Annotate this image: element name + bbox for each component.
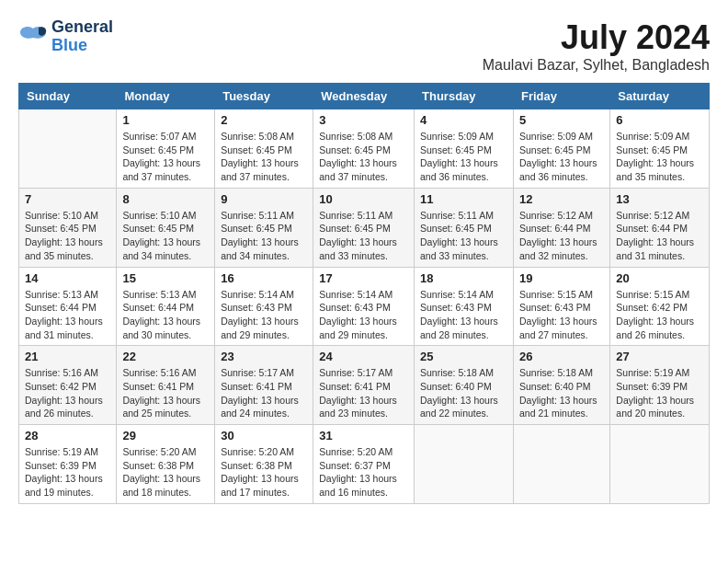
day-number: 4 — [420, 113, 507, 127]
calendar-cell: 11Sunrise: 5:11 AM Sunset: 6:45 PM Dayli… — [415, 188, 514, 267]
day-info: Sunrise: 5:15 AM Sunset: 6:43 PM Dayligh… — [519, 288, 604, 342]
logo: General Blue — [18, 18, 113, 55]
calendar-cell: 15Sunrise: 5:13 AM Sunset: 6:44 PM Dayli… — [117, 267, 215, 346]
calendar-table: SundayMondayTuesdayWednesdayThursdayFrid… — [18, 83, 710, 504]
day-info: Sunrise: 5:18 AM Sunset: 6:40 PM Dayligh… — [420, 366, 507, 420]
week-row-5: 28Sunrise: 5:19 AM Sunset: 6:39 PM Dayli… — [19, 425, 710, 504]
calendar-cell: 5Sunrise: 5:09 AM Sunset: 6:45 PM Daylig… — [513, 109, 609, 189]
calendar-cell: 19Sunrise: 5:15 AM Sunset: 6:43 PM Dayli… — [513, 267, 609, 346]
day-info: Sunrise: 5:17 AM Sunset: 6:41 PM Dayligh… — [221, 366, 307, 420]
day-number: 6 — [616, 113, 703, 127]
week-row-2: 7Sunrise: 5:10 AM Sunset: 6:45 PM Daylig… — [19, 188, 710, 267]
title-section: July 2024 Maulavi Bazar, Sylhet, Banglad… — [483, 18, 710, 74]
day-info: Sunrise: 5:09 AM Sunset: 6:45 PM Dayligh… — [420, 130, 507, 184]
day-info: Sunrise: 5:20 AM Sunset: 6:38 PM Dayligh… — [221, 445, 307, 500]
calendar-cell: 26Sunrise: 5:18 AM Sunset: 6:40 PM Dayli… — [513, 346, 609, 425]
day-number: 30 — [221, 429, 307, 442]
calendar-cell: 23Sunrise: 5:17 AM Sunset: 6:41 PM Dayli… — [215, 346, 313, 425]
day-info: Sunrise: 5:16 AM Sunset: 6:41 PM Dayligh… — [122, 366, 209, 420]
calendar-cell: 21Sunrise: 5:16 AM Sunset: 6:42 PM Dayli… — [19, 346, 117, 425]
day-number: 25 — [420, 350, 507, 363]
calendar-cell: 17Sunrise: 5:14 AM Sunset: 6:43 PM Dayli… — [313, 267, 415, 346]
calendar-cell: 13Sunrise: 5:12 AM Sunset: 6:44 PM Dayli… — [610, 188, 710, 267]
day-info: Sunrise: 5:07 AM Sunset: 6:45 PM Dayligh… — [122, 130, 209, 184]
day-header-tuesday: Tuesday — [215, 84, 313, 109]
calendar-cell: 25Sunrise: 5:18 AM Sunset: 6:40 PM Dayli… — [415, 346, 514, 425]
day-info: Sunrise: 5:17 AM Sunset: 6:41 PM Dayligh… — [319, 366, 408, 420]
day-info: Sunrise: 5:14 AM Sunset: 6:43 PM Dayligh… — [221, 288, 307, 342]
day-info: Sunrise: 5:12 AM Sunset: 6:44 PM Dayligh… — [519, 209, 604, 263]
day-number: 11 — [420, 192, 507, 206]
week-row-1: 1Sunrise: 5:07 AM Sunset: 6:45 PM Daylig… — [19, 109, 710, 189]
calendar-header-row: SundayMondayTuesdayWednesdayThursdayFrid… — [19, 84, 710, 109]
day-number: 20 — [616, 271, 703, 285]
week-row-4: 21Sunrise: 5:16 AM Sunset: 6:42 PM Dayli… — [19, 346, 710, 425]
calendar-cell: 27Sunrise: 5:19 AM Sunset: 6:39 PM Dayli… — [610, 346, 710, 425]
day-info: Sunrise: 5:09 AM Sunset: 6:45 PM Dayligh… — [519, 130, 604, 184]
day-header-monday: Monday — [117, 84, 215, 109]
day-number: 1 — [122, 113, 209, 127]
day-info: Sunrise: 5:10 AM Sunset: 6:45 PM Dayligh… — [25, 209, 110, 263]
day-number: 16 — [221, 271, 307, 285]
calendar-cell: 7Sunrise: 5:10 AM Sunset: 6:45 PM Daylig… — [19, 188, 117, 267]
day-number: 9 — [221, 192, 307, 206]
day-info: Sunrise: 5:14 AM Sunset: 6:43 PM Dayligh… — [420, 288, 507, 342]
day-number: 12 — [519, 192, 604, 206]
day-info: Sunrise: 5:19 AM Sunset: 6:39 PM Dayligh… — [616, 366, 703, 420]
calendar-cell: 18Sunrise: 5:14 AM Sunset: 6:43 PM Dayli… — [415, 267, 514, 346]
calendar-cell: 30Sunrise: 5:20 AM Sunset: 6:38 PM Dayli… — [215, 425, 313, 504]
calendar-cell: 6Sunrise: 5:09 AM Sunset: 6:45 PM Daylig… — [610, 109, 710, 189]
calendar-cell: 22Sunrise: 5:16 AM Sunset: 6:41 PM Dayli… — [117, 346, 215, 425]
day-info: Sunrise: 5:20 AM Sunset: 6:38 PM Dayligh… — [122, 445, 209, 500]
day-number: 21 — [25, 350, 110, 363]
calendar-cell: 9Sunrise: 5:11 AM Sunset: 6:45 PM Daylig… — [215, 188, 313, 267]
day-info: Sunrise: 5:12 AM Sunset: 6:44 PM Dayligh… — [616, 209, 703, 263]
day-info: Sunrise: 5:11 AM Sunset: 6:45 PM Dayligh… — [221, 209, 307, 263]
day-number: 24 — [319, 350, 408, 363]
day-number: 10 — [319, 192, 408, 206]
day-header-sunday: Sunday — [19, 84, 117, 109]
day-number: 13 — [616, 192, 703, 206]
day-number: 3 — [319, 113, 408, 127]
calendar-body: 1Sunrise: 5:07 AM Sunset: 6:45 PM Daylig… — [19, 109, 710, 504]
day-number: 17 — [319, 271, 408, 285]
calendar-cell — [610, 425, 710, 504]
day-number: 2 — [221, 113, 307, 127]
calendar-cell: 16Sunrise: 5:14 AM Sunset: 6:43 PM Dayli… — [215, 267, 313, 346]
day-number: 5 — [519, 113, 604, 127]
day-header-friday: Friday — [513, 84, 609, 109]
calendar-cell: 10Sunrise: 5:11 AM Sunset: 6:45 PM Dayli… — [313, 188, 415, 267]
day-number: 28 — [25, 429, 110, 442]
day-info: Sunrise: 5:18 AM Sunset: 6:40 PM Dayligh… — [519, 366, 604, 420]
day-header-wednesday: Wednesday — [313, 84, 415, 109]
day-number: 29 — [122, 429, 209, 442]
day-info: Sunrise: 5:20 AM Sunset: 6:37 PM Dayligh… — [319, 445, 408, 500]
day-info: Sunrise: 5:08 AM Sunset: 6:45 PM Dayligh… — [319, 130, 408, 184]
day-info: Sunrise: 5:11 AM Sunset: 6:45 PM Dayligh… — [420, 209, 507, 263]
day-number: 26 — [519, 350, 604, 363]
calendar-cell: 29Sunrise: 5:20 AM Sunset: 6:38 PM Dayli… — [117, 425, 215, 504]
day-info: Sunrise: 5:16 AM Sunset: 6:42 PM Dayligh… — [25, 366, 110, 420]
day-number: 18 — [420, 271, 507, 285]
day-info: Sunrise: 5:08 AM Sunset: 6:45 PM Dayligh… — [221, 130, 307, 184]
day-number: 27 — [616, 350, 703, 363]
calendar-cell — [19, 109, 117, 189]
day-info: Sunrise: 5:14 AM Sunset: 6:43 PM Dayligh… — [319, 288, 408, 342]
day-info: Sunrise: 5:19 AM Sunset: 6:39 PM Dayligh… — [25, 445, 110, 500]
calendar-cell: 4Sunrise: 5:09 AM Sunset: 6:45 PM Daylig… — [415, 109, 514, 189]
day-info: Sunrise: 5:13 AM Sunset: 6:44 PM Dayligh… — [25, 288, 110, 342]
day-number: 15 — [122, 271, 209, 285]
day-number: 23 — [221, 350, 307, 363]
calendar-cell: 31Sunrise: 5:20 AM Sunset: 6:37 PM Dayli… — [313, 425, 415, 504]
day-info: Sunrise: 5:13 AM Sunset: 6:44 PM Dayligh… — [122, 288, 209, 342]
day-header-saturday: Saturday — [610, 84, 710, 109]
calendar-cell: 1Sunrise: 5:07 AM Sunset: 6:45 PM Daylig… — [117, 109, 215, 189]
week-row-3: 14Sunrise: 5:13 AM Sunset: 6:44 PM Dayli… — [19, 267, 710, 346]
calendar-cell: 24Sunrise: 5:17 AM Sunset: 6:41 PM Dayli… — [313, 346, 415, 425]
logo-general: General — [51, 17, 113, 36]
day-number: 19 — [519, 271, 604, 285]
day-info: Sunrise: 5:09 AM Sunset: 6:45 PM Dayligh… — [616, 130, 703, 184]
day-number: 31 — [319, 429, 408, 442]
month-year: July 2024 — [483, 18, 710, 57]
day-number: 22 — [122, 350, 209, 363]
